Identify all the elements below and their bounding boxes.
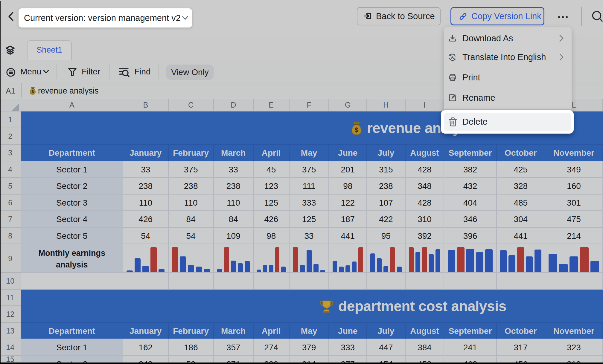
- svg-text:$: $: [355, 126, 359, 133]
- svg-text:A: A: [451, 55, 454, 59]
- svg-text:$: $: [32, 89, 34, 94]
